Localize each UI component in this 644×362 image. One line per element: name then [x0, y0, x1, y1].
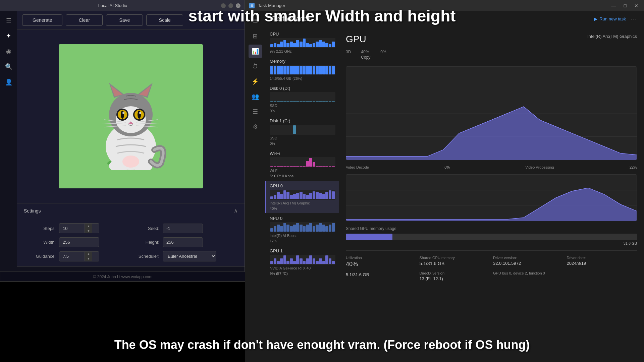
- tm-device-item[interactable]: GPU 1 NVIDIA GeForce RTX 40 9% (57 °C): [265, 246, 339, 278]
- settings-header[interactable]: Settings ∧: [17, 203, 245, 218]
- device-value: S: 0 R: 0 Kbps: [270, 174, 335, 178]
- seed-input[interactable]: [163, 224, 203, 233]
- scheduler-select[interactable]: Euler Ancestral DDPM LMS PNDM: [163, 251, 216, 261]
- height-row: Height:: [134, 237, 231, 247]
- stat-directx: DirectX version: 13 (FL 12.1): [420, 271, 490, 281]
- run-task-icon: ▶: [594, 16, 597, 21]
- gpu-bottom-metrics: Video Decode 0% Video Processing 22%: [346, 165, 637, 169]
- steps-arrows: ▲ ▼: [85, 224, 92, 233]
- tm-users-icon[interactable]: 👥: [249, 90, 262, 103]
- tm-title-text: Task Manager: [258, 3, 285, 8]
- save-button[interactable]: Save: [106, 14, 143, 26]
- tm-details-icon[interactable]: ☰: [249, 105, 262, 118]
- ai-studio-title-bar: Local AI Studio — □ ✕: [0, 0, 245, 11]
- sidebar-face-icon[interactable]: ◉: [3, 45, 15, 57]
- tm-device-item[interactable]: Disk 1 (C:) SSD 0%: [265, 116, 339, 148]
- device-name: Memory: [270, 59, 285, 64]
- sidebar-search-icon[interactable]: 🔍: [3, 61, 15, 73]
- stat-driver-date: Driver date: 2024/8/19: [567, 256, 637, 268]
- gpu-stats-grid: Utilization 40% Shared GPU memory 5.1/31…: [346, 250, 637, 281]
- height-label: Height:: [134, 240, 159, 245]
- tm-hamburger-icon[interactable]: ☰: [249, 14, 262, 28]
- tm-minimize-btn[interactable]: —: [610, 3, 618, 8]
- device-header: CPU: [270, 32, 335, 37]
- shared-memory-section: Shared GPU memory usage 31.6 GB: [346, 226, 637, 245]
- sidebar-menu-icon[interactable]: ☰: [3, 14, 15, 26]
- tm-device-item[interactable]: Wi-Fi Wi-Fi S: 0 R: 0 Kbps: [265, 148, 339, 181]
- tm-device-item[interactable]: GPU 0 Intel(R) Arc(TM) Graphic 40%: [265, 181, 339, 213]
- maximize-btn[interactable]: □: [228, 3, 233, 8]
- tm-device-item[interactable]: Memory 14.6/55.4 GB (26%): [265, 56, 339, 83]
- guidance-input[interactable]: [59, 252, 85, 261]
- device-value: 9% (57 °C): [270, 272, 335, 276]
- tm-device-item[interactable]: Disk 0 (D:) SSD 0%: [265, 83, 339, 116]
- video-decode-value: 0%: [444, 165, 450, 169]
- guidance-arrows: ▲ ▼: [85, 252, 92, 261]
- generate-button[interactable]: Generate: [22, 14, 62, 26]
- guidance-down-btn[interactable]: ▼: [85, 256, 92, 261]
- tm-header-left: Performance: [272, 15, 311, 23]
- device-header: Wi-Fi: [270, 151, 335, 156]
- tm-performance-icon[interactable]: 📊: [249, 45, 262, 58]
- guidance-input-wrapper: ▲ ▼: [59, 251, 99, 261]
- sidebar-brush-icon[interactable]: ✦: [3, 30, 15, 42]
- shared-memory-bar: [346, 234, 637, 240]
- device-mini-chart: [270, 255, 335, 265]
- tm-startup-icon[interactable]: ⚡: [249, 75, 262, 88]
- video-decode-label: Video Decode: [346, 165, 369, 169]
- steps-input-wrapper: ▲ ▼: [59, 223, 99, 233]
- steps-input[interactable]: [59, 224, 85, 233]
- device-header: NPU 0: [270, 216, 335, 221]
- sidebar-person-icon[interactable]: 👤: [3, 76, 15, 88]
- tm-close-btn[interactable]: ✕: [633, 3, 640, 8]
- gpu-metric-pct: 0%: [380, 50, 386, 60]
- close-btn[interactable]: ✕: [236, 3, 240, 8]
- device-name: GPU 0: [270, 183, 283, 188]
- stat-shared-memory: Shared GPU memory 5.1/31.6 GB: [420, 256, 490, 268]
- width-input[interactable]: [59, 237, 99, 247]
- tm-device-item[interactable]: CPU 9% 2.21 GHz: [265, 29, 339, 56]
- steps-up-btn[interactable]: ▲: [85, 224, 92, 228]
- steps-down-btn[interactable]: ▼: [85, 228, 92, 233]
- app-body: ☰ ✦ ◉ 🔍 👤 Generate Clear Save Scale: [0, 11, 245, 281]
- svg-point-15: [139, 112, 141, 114]
- window-controls: — □ ✕: [221, 3, 240, 8]
- tm-maximize-btn[interactable]: □: [623, 3, 628, 8]
- copyright-bar: © 2024 John Li www.woiapp.com: [0, 272, 245, 281]
- run-new-task-btn[interactable]: ▶ Run new task: [594, 16, 626, 21]
- shared-memory-value: 31.6 GB: [346, 241, 637, 245]
- device-sub: SSD: [270, 104, 335, 108]
- clear-button[interactable]: Clear: [66, 14, 103, 26]
- ai-studio-main: Generate Clear Save Scale: [17, 11, 245, 281]
- device-sub: 14.6/55.4 GB (26%): [270, 76, 335, 80]
- device-header: Disk 1 (C:): [270, 118, 335, 123]
- height-input[interactable]: [163, 237, 203, 247]
- cat-illustration: [84, 63, 178, 170]
- device-value: 0%: [270, 141, 335, 145]
- device-name: Disk 1 (C:): [270, 118, 290, 123]
- tm-history-icon[interactable]: ⏱: [249, 60, 262, 73]
- tm-body: ☰ ⊞ 📊 ⏱ ⚡ 👥 ☰ ⚙ Performance ▶ Run new ta…: [245, 11, 644, 362]
- scale-button[interactable]: Scale: [146, 14, 183, 26]
- shared-memory-label: Shared GPU memory usage: [346, 226, 637, 231]
- image-area: [17, 29, 245, 203]
- gpu-model: Intel(R) Arc(TM) Graphics: [587, 34, 637, 39]
- tm-processes-icon[interactable]: ⊞: [249, 29, 262, 43]
- device-header: GPU 1: [270, 248, 335, 253]
- ai-studio-sidebar: ☰ ✦ ◉ 🔍 👤: [0, 11, 17, 281]
- tm-title-bar: ⊞ Task Manager — □ ✕: [245, 0, 644, 11]
- tm-split: CPU 9% 2.21 GHz Memory 14.6/55.4 GB (26%…: [265, 27, 644, 362]
- video-processing-label: Video Processing: [525, 165, 554, 169]
- tm-device-list: CPU 9% 2.21 GHz Memory 14.6/55.4 GB (26%…: [265, 27, 339, 362]
- device-name: CPU: [270, 32, 279, 37]
- minimize-btn[interactable]: —: [221, 3, 226, 8]
- width-row: Width:: [31, 237, 127, 247]
- guidance-up-btn[interactable]: ▲: [85, 252, 92, 256]
- tm-more-options-btn[interactable]: ⋯: [631, 15, 637, 23]
- device-value: 0%: [270, 109, 335, 113]
- settings-collapse-icon: ∧: [234, 207, 238, 214]
- tm-device-item[interactable]: NPU 0 Intel(R) AI Boost 17%: [265, 213, 339, 246]
- tm-services-icon[interactable]: ⚙: [249, 120, 262, 133]
- gpu-chart-svg: [346, 67, 637, 160]
- stat-shared-memory2: 5.1/31.6 GB: [346, 271, 416, 281]
